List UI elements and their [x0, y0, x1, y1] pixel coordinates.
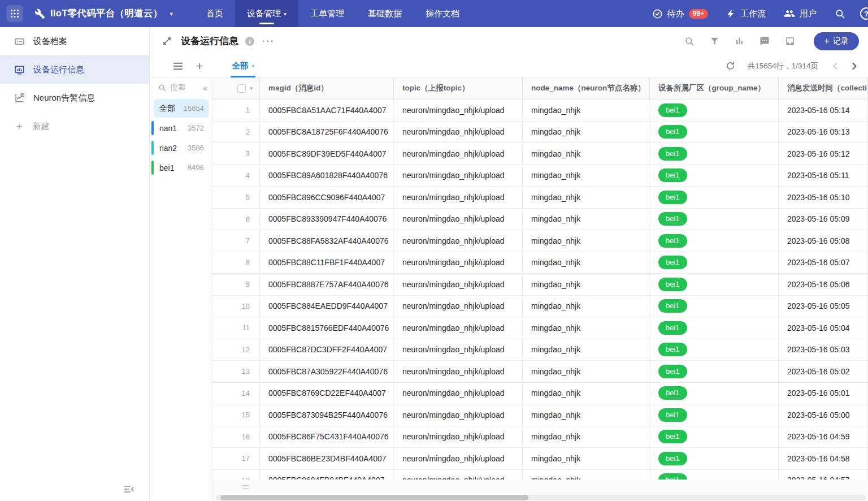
table-row[interactable]: 2 0005FBC8A18725F6F440A40076 neuron/ming…	[212, 122, 868, 144]
cell-group-name: bei1	[650, 274, 779, 295]
sidebar-item-neuron-alarm-info[interactable]: Neuron告警信息	[0, 84, 149, 112]
table-row[interactable]: 1 0005FBC8A51AAC71F440A4007 neuron/mingd…	[212, 100, 868, 122]
collapse-panel-icon[interactable]: «	[203, 83, 207, 93]
table-search-icon[interactable]	[684, 36, 695, 46]
nav-item[interactable]: 首页 ▾	[194, 0, 235, 27]
todo-button[interactable]: 待办 99+	[643, 8, 717, 19]
table-row[interactable]: 14 0005FBC8769CD22EF440A4007 neuron/ming…	[212, 383, 868, 405]
wrench-icon	[34, 8, 45, 19]
comment-icon[interactable]	[760, 36, 770, 46]
cell-group-name: bei1	[650, 252, 779, 274]
add-view-icon[interactable]: +	[196, 60, 203, 72]
filter-list-item[interactable]: bei1 8496	[154, 158, 209, 177]
table-row[interactable]: 7 0005FBC88FA5832AF440A40076 neuron/ming…	[212, 230, 868, 252]
cell-collect-time: 2023-05-16 05:14	[779, 100, 868, 121]
cell-msgid: 0005FBC87A305922F440A40076	[260, 361, 394, 382]
expand-view-icon[interactable]	[162, 36, 172, 46]
filter-list-item[interactable]: nan1 3572	[154, 119, 209, 137]
filter-icon[interactable]	[710, 36, 719, 46]
group-badge: bei1	[658, 234, 687, 248]
table-row[interactable]: 10 0005FBC884EAEDD9F440A4007 neuron/ming…	[212, 296, 868, 318]
apps-grid-icon[interactable]	[6, 5, 23, 22]
workflow-button[interactable]: 工作流	[717, 8, 775, 19]
filter-list-item[interactable]: nan2 3586	[154, 139, 209, 157]
nav-item[interactable]: 工单管理 ▾	[298, 0, 356, 27]
column-header-node-name[interactable]: node_name（neuron节点名称）	[523, 77, 650, 99]
sidebar-new-button[interactable]: + 新建	[0, 112, 149, 140]
nav-item[interactable]: 操作文档 ▾	[414, 0, 471, 27]
tab-all[interactable]: 全部 ▾	[231, 55, 255, 77]
cell-msgid: 0005FBC88FA5832AF440A40076	[260, 230, 394, 252]
prev-page-icon[interactable]	[832, 62, 839, 70]
pagination-area: 共15654行，1/314页	[726, 61, 868, 71]
workflow-label: 工作流	[740, 8, 766, 19]
cell-collect-time: 2023-05-16 05:13	[779, 122, 868, 143]
table-row[interactable]: 16 0005FBC86F75C431F440A40076 neuron/min…	[212, 426, 868, 448]
nav-item[interactable]: 基础数据 ▾	[356, 0, 414, 27]
cell-node-name: mingdao_nhjk	[523, 165, 650, 187]
more-menu-icon[interactable]: ···	[262, 36, 275, 46]
help-button[interactable]: ?	[860, 7, 868, 20]
nav-item-label: 首页	[206, 8, 223, 19]
table-row[interactable]: 6 0005FBC893390947F440A40076 neuron/ming…	[212, 209, 868, 231]
sidebar-item-device-archive[interactable]: 设备档案	[0, 27, 149, 55]
select-all-checkbox[interactable]	[237, 84, 246, 93]
cell-node-name: mingdao_nhjk	[523, 404, 650, 426]
table-row[interactable]: 9 0005FBC8887E757AF440A40076 neuron/ming…	[212, 274, 868, 296]
filter-search[interactable]: 搜索 «	[150, 77, 212, 98]
filter-item-label: nan2	[159, 144, 177, 153]
nav-item[interactable]: 设备管理 ▾	[235, 0, 298, 27]
cell-msgid: 0005FBC893390947F440A40076	[260, 209, 394, 230]
cell-group-name: bei1	[650, 230, 779, 252]
cell-group-name: bei1	[650, 143, 779, 165]
refresh-icon[interactable]	[726, 61, 735, 71]
users-button[interactable]: 用户	[775, 8, 826, 19]
cell-group-name: bei1	[650, 448, 779, 469]
add-record-button[interactable]: + 记录	[814, 32, 859, 50]
cell-node-name: mingdao_nhjk	[523, 100, 650, 121]
info-icon[interactable]: i	[245, 37, 254, 46]
table-row[interactable]: 17 0005FBC86BE23D4BF440A4007 neuron/ming…	[212, 448, 868, 470]
inbox-icon[interactable]	[785, 36, 795, 46]
chevron-down-icon[interactable]: ▾	[250, 85, 253, 91]
filter-list-item[interactable]: 全部 15654	[154, 99, 209, 118]
table-row[interactable]: 11 0005FBC8815766EDF440A40076 neuron/min…	[212, 317, 868, 339]
statistics-icon[interactable]	[735, 36, 744, 46]
cell-topic: neuron/mingdao_nhjk/upload	[394, 187, 523, 208]
table-row[interactable]: 3 0005FBC89DF39ED5F440A4007 neuron/mingd…	[212, 143, 868, 165]
table-row[interactable]: 8 0005FBC88C11FBF1F440A4007 neuron/mingd…	[212, 252, 868, 274]
view-list-icon[interactable]	[173, 62, 183, 70]
table-row[interactable]: 12 0005FBC87DC3DFF2F440A4007 neuron/ming…	[212, 339, 868, 361]
cell-collect-time: 2023-05-16 05:04	[779, 317, 868, 339]
table-row[interactable]: 13 0005FBC87A305922F440A40076 neuron/min…	[212, 361, 868, 383]
cell-group-name: bei1	[650, 339, 779, 361]
scrollbar-thumb[interactable]	[220, 495, 528, 500]
column-header-group-name[interactable]: 设备所属厂区（group_name）	[650, 77, 779, 99]
table-body: 1 0005FBC8A51AAC71F440A4007 neuron/mingd…	[212, 100, 868, 491]
table-row[interactable]: 4 0005FBC89A601828F440A40076 neuron/ming…	[212, 165, 868, 187]
table-row[interactable]: 15 0005FBC873094B25F440A40076 neuron/min…	[212, 404, 868, 426]
column-header-topic[interactable]: topic（上报topic）	[394, 77, 523, 99]
cell-node-name: mingdao_nhjk	[523, 252, 650, 274]
brand-chevron-down-icon: ▾	[170, 10, 173, 18]
group-badge: bei1	[658, 278, 687, 291]
summary-icon[interactable]	[243, 485, 249, 490]
collapse-sidebar-icon[interactable]	[123, 485, 134, 494]
next-page-icon[interactable]	[851, 62, 858, 70]
cell-group-name: bei1	[650, 426, 779, 448]
cell-topic: neuron/mingdao_nhjk/upload	[394, 100, 523, 121]
horizontal-scrollbar[interactable]	[216, 495, 866, 500]
todo-count-badge: 99+	[689, 9, 708, 19]
app-brand[interactable]: IIoT零代码平台（明道云） ▾	[29, 0, 177, 27]
column-header-collect-time[interactable]: 消息发送时间（collecti	[779, 77, 868, 99]
table-row[interactable]: 5 0005FBC896CC9096F440A4007 neuron/mingd…	[212, 187, 868, 209]
row-number: 10	[212, 296, 260, 317]
cell-collect-time: 2023-05-16 04:59	[779, 426, 868, 448]
global-search-button[interactable]	[826, 8, 854, 19]
filter-search-placeholder: 搜索	[170, 83, 199, 93]
cell-msgid: 0005FBC88C11FBF1F440A4007	[260, 252, 394, 274]
cell-msgid: 0005FBC8887E757AF440A40076	[260, 274, 394, 295]
cell-topic: neuron/mingdao_nhjk/upload	[394, 230, 523, 252]
sidebar-item-device-runtime-info[interactable]: 设备运行信息	[0, 55, 149, 84]
column-header-msgid[interactable]: msgid（消息id）	[260, 77, 394, 99]
